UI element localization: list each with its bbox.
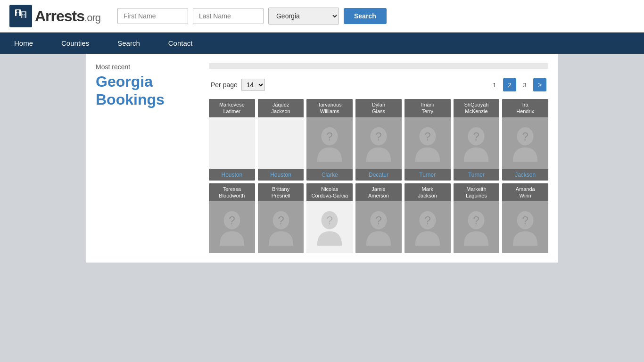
- svg-text:?: ?: [375, 214, 382, 227]
- booking-card[interactable]: MarkJackson ?: [405, 183, 451, 254]
- svg-text:?: ?: [229, 214, 235, 227]
- card-photo: ?: [502, 201, 548, 253]
- card-county[interactable]: Turner: [405, 169, 451, 181]
- card-name: ShQuoyahMcKenzie: [454, 99, 500, 117]
- sidebar: Most recent GeorgiaBookings: [86, 54, 204, 263]
- card-photo: ?: [306, 117, 353, 169]
- card-name: TarvariousWilliams: [306, 99, 353, 117]
- card-name: MarkJackson: [405, 183, 451, 202]
- main-content: Per page 7 14 21 28 1 2 3 >: [204, 54, 558, 263]
- per-page-select[interactable]: 7 14 21 28: [241, 79, 265, 91]
- booking-card[interactable]: ShQuoyahMcKenzie ? Turner: [454, 99, 500, 181]
- card-county[interactable]: Decatur: [355, 169, 402, 181]
- card-photo: [209, 117, 255, 169]
- page-2[interactable]: 2: [503, 78, 516, 91]
- page-title: GeorgiaBookings: [96, 73, 195, 109]
- card-name: ImaniTerry: [405, 99, 451, 117]
- card-name: DylanGlass: [355, 99, 402, 117]
- svg-text:?: ?: [424, 214, 431, 227]
- page-1[interactable]: 1: [488, 78, 501, 91]
- card-photo: ?: [209, 201, 255, 253]
- search-form: AlabamaAlaskaArizonaArkansasCaliforniaCo…: [117, 8, 387, 25]
- svg-text:?: ?: [473, 214, 480, 227]
- card-photo: ?: [258, 201, 304, 253]
- svg-point-2: [17, 10, 19, 13]
- booking-card[interactable]: ImaniTerry ? Turner: [405, 99, 451, 181]
- card-name: BrittanyPresnell: [258, 183, 304, 202]
- first-name-input[interactable]: [117, 8, 188, 24]
- last-name-input[interactable]: [193, 8, 264, 24]
- card-name: NicolasCordova-Garcia: [306, 183, 353, 202]
- svg-text:?: ?: [522, 214, 528, 227]
- per-page-label: Per page: [211, 81, 238, 89]
- nav-home[interactable]: Home: [0, 33, 47, 54]
- nav-search[interactable]: Search: [103, 33, 154, 54]
- svg-point-3: [22, 12, 25, 15]
- svg-text:?: ?: [522, 130, 528, 142]
- svg-text:?: ?: [278, 214, 284, 227]
- card-county[interactable]: Jackson: [502, 169, 548, 181]
- card-county[interactable]: Clarke: [306, 169, 353, 181]
- ad-bar: [209, 63, 548, 69]
- card-name: JaquezJackson: [258, 99, 304, 117]
- card-photo: ?: [454, 201, 500, 253]
- logo-icon: [9, 5, 32, 27]
- card-photo: ?: [405, 117, 451, 169]
- booking-card[interactable]: JaquezJackson Houston: [258, 99, 304, 181]
- booking-card[interactable]: NicolasCordova-Garcia ?: [306, 183, 353, 254]
- page-3[interactable]: 3: [518, 78, 531, 91]
- card-name: IraHendrix: [502, 99, 548, 117]
- booking-card[interactable]: MarkeithLaguines ?: [454, 183, 500, 254]
- svg-rect-5: [22, 15, 25, 19]
- card-photo: ?: [502, 117, 548, 169]
- booking-card[interactable]: JamieAmerson ?: [355, 183, 402, 254]
- navigation: Home Counties Search Contact: [0, 33, 644, 54]
- booking-card[interactable]: TeressaBloodworth ?: [209, 183, 255, 254]
- card-photo: ?: [355, 117, 402, 169]
- page-next[interactable]: >: [533, 78, 546, 91]
- card-name: AmandaWinn: [502, 183, 548, 202]
- booking-card[interactable]: AmandaWinn ?: [502, 183, 548, 254]
- booking-card[interactable]: MarkeveseLatimer Houston: [209, 99, 255, 181]
- card-name: MarkeveseLatimer: [209, 99, 255, 117]
- per-page-area: Per page 7 14 21 28: [211, 79, 265, 91]
- card-name: TeressaBloodworth: [209, 183, 255, 202]
- svg-rect-4: [17, 13, 19, 17]
- svg-text:?: ?: [326, 214, 333, 227]
- card-photo: ?: [355, 201, 402, 253]
- booking-card[interactable]: IraHendrix ? Jackson: [502, 99, 548, 181]
- card-photo: ?: [454, 117, 500, 169]
- booking-grid: MarkeveseLatimer Houston JaquezJackson H…: [209, 99, 548, 253]
- nav-counties[interactable]: Counties: [47, 33, 103, 54]
- logo[interactable]: Arrests.org: [9, 5, 100, 27]
- booking-card[interactable]: BrittanyPresnell ?: [258, 183, 304, 254]
- card-photo: ?: [405, 201, 451, 253]
- card-county[interactable]: Houston: [209, 169, 255, 181]
- card-county[interactable]: Houston: [258, 169, 304, 181]
- card-name: JamieAmerson: [355, 183, 402, 202]
- most-recent-label: Most recent: [96, 63, 195, 71]
- booking-card[interactable]: TarvariousWilliams ? Clarke: [306, 99, 353, 181]
- search-button[interactable]: Search: [344, 8, 387, 24]
- card-name: MarkeithLaguines: [454, 183, 500, 202]
- card-county[interactable]: Turner: [454, 169, 500, 181]
- state-select[interactable]: AlabamaAlaskaArizonaArkansasCaliforniaCo…: [268, 8, 339, 25]
- nav-contact[interactable]: Contact: [154, 33, 207, 54]
- svg-text:?: ?: [375, 130, 382, 142]
- card-photo: [258, 117, 304, 169]
- svg-text:?: ?: [326, 130, 333, 142]
- svg-text:?: ?: [473, 130, 480, 142]
- svg-text:?: ?: [424, 130, 431, 142]
- pagination: 1 2 3 >: [488, 78, 546, 91]
- card-photo: ?: [306, 201, 353, 253]
- booking-card[interactable]: DylanGlass ? Decatur: [355, 99, 402, 181]
- grid-controls: Per page 7 14 21 28 1 2 3 >: [209, 78, 548, 91]
- logo-text: Arrests.org: [35, 8, 100, 25]
